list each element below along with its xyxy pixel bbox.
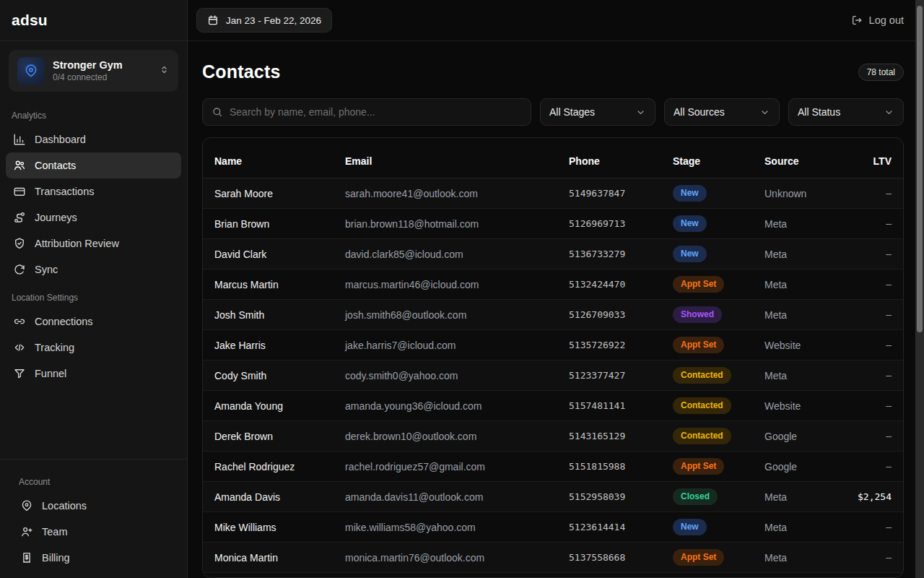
- cell-source: Meta: [753, 239, 836, 269]
- stage-badge: Appt Set: [673, 276, 724, 293]
- cell-name: Brian Brown: [203, 209, 334, 239]
- table-row[interactable]: Mike Williamsmike.williams58@yahoo.com51…: [203, 512, 903, 543]
- filter-dropdown-all-stages[interactable]: All Stages: [540, 98, 655, 126]
- cell-source: Google: [753, 452, 836, 482]
- sidebar: adsu Stronger Gym 0/4 connected Analytic…: [0, 0, 188, 578]
- route-icon: [13, 211, 26, 224]
- cell-name: Mike Williams: [203, 512, 334, 543]
- location-switcher[interactable]: Stronger Gym 0/4 connected: [9, 50, 178, 92]
- table-row[interactable]: David Clarkdavid.clark85@icloud.com51367…: [203, 239, 903, 269]
- date-range-button[interactable]: Jan 23 - Feb 22, 2026: [196, 8, 332, 33]
- cell-ltv: –: [836, 330, 903, 361]
- cell-stage: Appt Set: [661, 452, 753, 482]
- stage-badge: Contacted: [673, 367, 731, 384]
- cell-email: sarah.moore41@outlook.com: [334, 178, 557, 209]
- sidebar-item-transactions[interactable]: Transactions: [6, 178, 181, 204]
- sidebar-item-locations[interactable]: Locations: [13, 493, 181, 519]
- cell-name: Rachel Rodriguez: [203, 452, 334, 482]
- cell-stage: Showed: [661, 300, 753, 330]
- cell-email: josh.smith68@outlook.com: [334, 300, 557, 330]
- contacts-table-card: Name Email Phone Stage Source LTV Sarah …: [202, 137, 904, 578]
- table-row[interactable]: Jake Harrisjake.harris7@icloud.com513572…: [203, 330, 903, 361]
- cell-name: Jake Harris: [203, 330, 334, 361]
- cell-source: Google: [753, 421, 836, 452]
- table-row[interactable]: Rachel Rodriguezrachel.rodriguez57@gmail…: [203, 452, 903, 482]
- sidebar-item-billing[interactable]: Billing: [13, 545, 181, 571]
- sidebar-item-attribution-review[interactable]: Attribution Review: [6, 230, 181, 256]
- brand-logo: adsu: [12, 12, 48, 29]
- link-icon: [13, 315, 26, 328]
- sidebar-item-label: Connections: [35, 316, 93, 327]
- sidebar-item-funnel[interactable]: Funnel: [6, 361, 181, 387]
- table-row[interactable]: Amanda Youngamanda.young36@icloud.com515…: [203, 391, 903, 421]
- search-input[interactable]: [230, 106, 522, 118]
- stage-badge: Appt Set: [673, 458, 724, 475]
- sidebar-item-contacts[interactable]: Contacts: [6, 152, 181, 178]
- logout-button[interactable]: Log out: [851, 14, 904, 26]
- sidebar-item-tracking[interactable]: Tracking: [6, 335, 181, 361]
- cell-email: amanda.young36@icloud.com: [334, 391, 557, 421]
- section-label: Account: [0, 477, 187, 487]
- dropdown-selected-value: All Stages: [549, 106, 595, 118]
- table-row[interactable]: Amanda Davisamanda.davis11@outlook.com51…: [203, 482, 903, 512]
- cell-name: Sarah Moore: [203, 178, 334, 209]
- table-row[interactable]: Josh Smithjosh.smith68@outlook.com512670…: [203, 300, 903, 330]
- table-row[interactable]: Derek Brownderek.brown10@outlook.com5143…: [203, 421, 903, 452]
- total-count-badge: 78 total: [858, 64, 904, 81]
- cell-stage: New: [661, 239, 753, 269]
- column-header-ltv: LTV: [836, 138, 903, 178]
- cell-ltv: –: [836, 573, 903, 578]
- table-row[interactable]: Brian Brownbrian.brown118@hotmail.com512…: [203, 209, 903, 239]
- cell-source: Meta: [753, 482, 836, 512]
- cell-source: Meta: [753, 573, 836, 578]
- title-row: Contacts 78 total: [202, 61, 904, 82]
- table-row[interactable]: Trevor Garciatrevor.garcia5@hotmail.com5…: [203, 573, 903, 578]
- cell-phone: 5126709033: [557, 300, 661, 330]
- user-plus-icon: [20, 525, 33, 538]
- table-row[interactable]: Cody Smithcody.smith0@yahoo.com512337742…: [203, 361, 903, 391]
- map-pin-icon: [20, 499, 33, 512]
- cell-phone: 5126969713: [557, 209, 661, 239]
- column-header-email: Email: [334, 138, 557, 178]
- sidebar-item-connections[interactable]: Connections: [6, 309, 181, 335]
- sidebar-item-label: Journeys: [35, 212, 77, 223]
- sidebar-item-sync[interactable]: Sync: [6, 256, 181, 282]
- section-label: Location Settings: [0, 293, 187, 303]
- cell-name: Derek Brown: [203, 421, 334, 452]
- page-scrollbar-thumb[interactable]: [917, 6, 923, 332]
- cell-phone: 5149637847: [557, 178, 661, 209]
- map-pin-icon: [24, 64, 38, 78]
- search-box[interactable]: [202, 98, 531, 126]
- cell-phone: 5135726922: [557, 330, 661, 361]
- stage-badge: Closed: [673, 488, 718, 505]
- cell-email: rachel.rodriguez57@gmail.com: [334, 452, 557, 482]
- cell-phone: 5137558668: [557, 543, 661, 573]
- cell-email: mike.williams58@yahoo.com: [334, 512, 557, 543]
- sidebar-item-dashboard[interactable]: Dashboard: [6, 126, 181, 152]
- cell-email: derek.brown10@outlook.com: [334, 421, 557, 452]
- stage-badge: Appt Set: [673, 549, 724, 566]
- sidebar-item-label: Locations: [42, 500, 87, 512]
- cell-phone: 5143165129: [557, 421, 661, 452]
- sidebar-item-label: Funnel: [35, 368, 66, 379]
- chevrons-up-down-icon: [159, 64, 170, 77]
- page-title: Contacts: [202, 61, 281, 82]
- logout-label: Log out: [869, 14, 904, 26]
- sidebar-item-journeys[interactable]: Journeys: [6, 204, 181, 230]
- table-row[interactable]: Sarah Mooresarah.moore41@outlook.com5149…: [203, 178, 903, 209]
- filter-dropdown-all-sources[interactable]: All Sources: [664, 98, 780, 126]
- table-row[interactable]: Marcus Martinmarcus.martin46@icloud.com5…: [203, 269, 903, 300]
- filter-dropdown-all-status[interactable]: All Status: [788, 98, 904, 126]
- cell-email: cody.smith0@yahoo.com: [334, 361, 557, 391]
- table-row[interactable]: Monica Martinmonica.martin76@outlook.com…: [203, 543, 903, 573]
- cell-stage: Appt Set: [661, 573, 753, 578]
- cell-stage: Appt Set: [661, 543, 753, 573]
- cell-source: Meta: [753, 300, 836, 330]
- cell-name: Marcus Martin: [203, 269, 334, 300]
- nav-section-account: AccountLocationsTeamBilling: [0, 477, 187, 571]
- sidebar-item-team[interactable]: Team: [13, 519, 181, 545]
- nav-spacer: [0, 387, 187, 459]
- cell-phone: 5132424470: [557, 269, 661, 300]
- location-name: Stronger Gym: [53, 59, 151, 71]
- page-scrollbar-track[interactable]: [915, 0, 924, 578]
